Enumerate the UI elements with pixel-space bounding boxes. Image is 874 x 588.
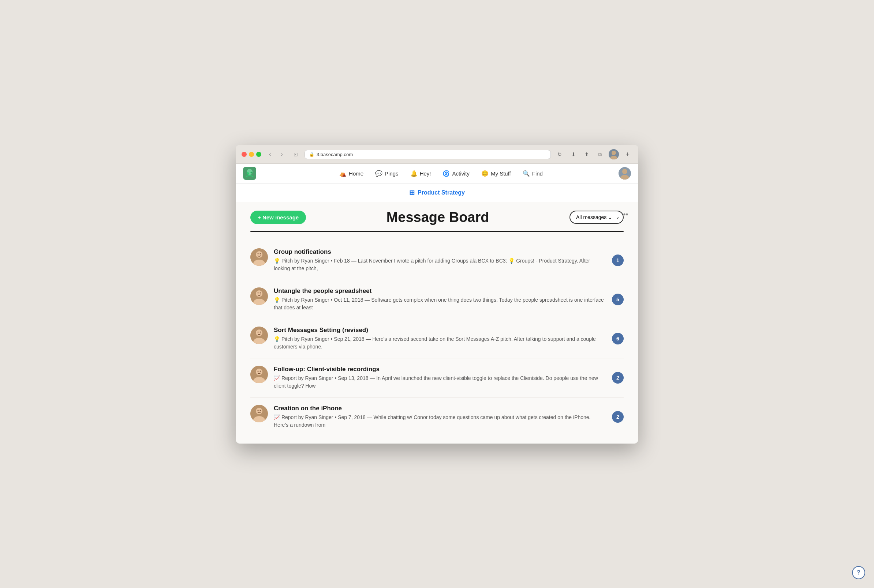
project-header: ⊞ Product Strategy bbox=[236, 184, 638, 202]
board-divider bbox=[250, 231, 624, 232]
svg-point-23 bbox=[260, 331, 261, 332]
message-badge: 2 bbox=[612, 411, 624, 423]
avatar bbox=[250, 405, 268, 422]
message-item[interactable]: Untangle the people spreadsheet 💡 Pitch … bbox=[250, 280, 624, 319]
svg-point-8 bbox=[622, 169, 627, 174]
browser-chrome: ‹ › ⊡ 🔒 3.basecamp.com ↻ ⬇ ⬆ ⧉ + bbox=[236, 145, 638, 164]
nav-buttons: ‹ › bbox=[265, 149, 287, 159]
browser-controls: ‹ › ⊡ 🔒 3.basecamp.com ↻ ⬇ ⬆ ⧉ + bbox=[242, 149, 632, 160]
url-text: 3.basecamp.com bbox=[317, 152, 353, 157]
new-message-button[interactable]: + New message bbox=[250, 211, 306, 224]
home-icon: ⛺ bbox=[339, 170, 347, 177]
svg-point-11 bbox=[256, 251, 262, 258]
project-link[interactable]: ⊞ Product Strategy bbox=[409, 189, 465, 197]
maximize-button[interactable] bbox=[256, 152, 261, 157]
svg-point-26 bbox=[256, 369, 262, 375]
share-button[interactable]: ⬆ bbox=[582, 149, 592, 159]
message-content: Creation on the iPhone 📈 Report by Ryan … bbox=[274, 405, 606, 429]
activity-icon: 🌀 bbox=[442, 170, 450, 177]
nav-label-home: Home bbox=[349, 170, 363, 177]
address-bar[interactable]: 🔒 3.basecamp.com bbox=[304, 150, 551, 159]
browser-actions: ⬇ ⬆ ⧉ bbox=[569, 149, 605, 159]
message-title: Sort Messages Setting (revised) bbox=[274, 327, 606, 334]
svg-point-5 bbox=[247, 172, 249, 174]
download-button[interactable]: ⬇ bbox=[569, 149, 579, 159]
svg-point-21 bbox=[256, 330, 262, 336]
nav-item-activity[interactable]: 🌀 Activity bbox=[437, 167, 475, 180]
avatar bbox=[250, 248, 268, 266]
message-meta: 💡 Pitch by Ryan Singer • Sep 21, 2018 — … bbox=[274, 335, 606, 351]
forward-button[interactable]: › bbox=[277, 149, 287, 159]
pings-icon: 💬 bbox=[375, 170, 382, 177]
nav-label-hey: Hey! bbox=[420, 170, 431, 177]
traffic-lights bbox=[242, 152, 261, 157]
svg-point-16 bbox=[256, 290, 262, 297]
message-tag: 📈 bbox=[274, 375, 280, 381]
message-title: Untangle the people spreadsheet bbox=[274, 287, 606, 295]
main-content: ••• + New message Message Board All mess… bbox=[236, 202, 638, 444]
svg-point-27 bbox=[258, 370, 259, 372]
svg-point-1 bbox=[612, 151, 616, 155]
hey-icon: 🔔 bbox=[410, 170, 418, 177]
avatar bbox=[250, 327, 268, 344]
filter-wrapper: All messages ⌄ Pitches Reports bbox=[570, 211, 624, 224]
mystuff-icon: 😊 bbox=[481, 170, 489, 177]
board-title: Message Board bbox=[306, 210, 570, 225]
svg-point-28 bbox=[260, 370, 261, 372]
add-tab-button[interactable]: + bbox=[623, 149, 632, 160]
message-meta: 📈 Report by Ryan Singer • Sep 7, 2018 — … bbox=[274, 414, 606, 429]
message-meta: 📈 Report by Ryan Singer • Sep 13, 2018 —… bbox=[274, 375, 606, 390]
board-header: + New message Message Board All messages… bbox=[243, 210, 631, 225]
avatar bbox=[250, 366, 268, 383]
nav-label-pings: Pings bbox=[385, 170, 399, 177]
message-content: Follow-up: Client-visible recordings 📈 R… bbox=[274, 366, 606, 390]
nav-user-avatar[interactable] bbox=[618, 167, 631, 180]
nav-label-activity: Activity bbox=[452, 170, 469, 177]
message-content: Untangle the people spreadsheet 💡 Pitch … bbox=[274, 287, 606, 312]
nav-item-mystuff[interactable]: 😊 My Stuff bbox=[476, 167, 516, 180]
message-tag: 💡 bbox=[274, 297, 280, 303]
nav-item-hey[interactable]: 🔔 Hey! bbox=[405, 167, 436, 180]
nav-items: ⛺ Home 💬 Pings 🔔 Hey! 🌀 Activity 😊 My St… bbox=[263, 167, 618, 180]
message-meta: 💡 Pitch by Ryan Singer • Oct 11, 2018 — … bbox=[274, 296, 606, 312]
user-avatar-chrome[interactable] bbox=[609, 149, 619, 159]
message-item[interactable]: Creation on the iPhone 📈 Report by Ryan … bbox=[250, 398, 624, 436]
project-name: Product Strategy bbox=[418, 189, 465, 196]
message-list: Group notifications 💡 Pitch by Ryan Sing… bbox=[243, 241, 631, 436]
svg-point-22 bbox=[258, 331, 259, 332]
message-badge: 6 bbox=[612, 333, 624, 345]
message-content: Sort Messages Setting (revised) 💡 Pitch … bbox=[274, 327, 606, 351]
nav-item-home[interactable]: ⛺ Home bbox=[334, 167, 369, 180]
svg-point-6 bbox=[251, 172, 253, 174]
reload-button[interactable]: ↻ bbox=[555, 149, 565, 159]
tab-button[interactable]: ⧉ bbox=[595, 149, 605, 159]
minimize-button[interactable] bbox=[249, 152, 254, 157]
avatar bbox=[250, 287, 268, 305]
app-logo[interactable] bbox=[243, 167, 256, 180]
filter-select[interactable]: All messages ⌄ Pitches Reports bbox=[570, 211, 624, 224]
message-item[interactable]: Sort Messages Setting (revised) 💡 Pitch … bbox=[250, 319, 624, 358]
message-item[interactable]: Follow-up: Client-visible recordings 📈 R… bbox=[250, 358, 624, 398]
browser-window: ‹ › ⊡ 🔒 3.basecamp.com ↻ ⬇ ⬆ ⧉ + bbox=[236, 145, 638, 444]
find-icon: 🔍 bbox=[523, 170, 530, 177]
nav-item-pings[interactable]: 💬 Pings bbox=[370, 167, 404, 180]
sidebar-toggle-button[interactable]: ⊡ bbox=[290, 149, 301, 159]
message-tag: 📈 bbox=[274, 414, 280, 420]
svg-point-12 bbox=[258, 253, 259, 254]
back-button[interactable]: ‹ bbox=[265, 149, 275, 159]
nav-label-mystuff: My Stuff bbox=[491, 170, 511, 177]
svg-point-31 bbox=[256, 408, 262, 414]
message-badge: 2 bbox=[612, 372, 624, 384]
app-nav: ⛺ Home 💬 Pings 🔔 Hey! 🌀 Activity 😊 My St… bbox=[236, 164, 638, 184]
svg-point-33 bbox=[260, 410, 261, 411]
message-tag: 💡 bbox=[274, 336, 280, 342]
nav-item-find[interactable]: 🔍 Find bbox=[517, 167, 548, 180]
svg-point-18 bbox=[260, 292, 261, 293]
svg-point-32 bbox=[258, 410, 259, 411]
help-button[interactable]: ? bbox=[852, 566, 865, 579]
message-title: Group notifications bbox=[274, 248, 606, 256]
project-grid-icon: ⊞ bbox=[409, 189, 415, 197]
message-content: Group notifications 💡 Pitch by Ryan Sing… bbox=[274, 248, 606, 272]
message-item[interactable]: Group notifications 💡 Pitch by Ryan Sing… bbox=[250, 241, 624, 280]
close-button[interactable] bbox=[242, 152, 247, 157]
